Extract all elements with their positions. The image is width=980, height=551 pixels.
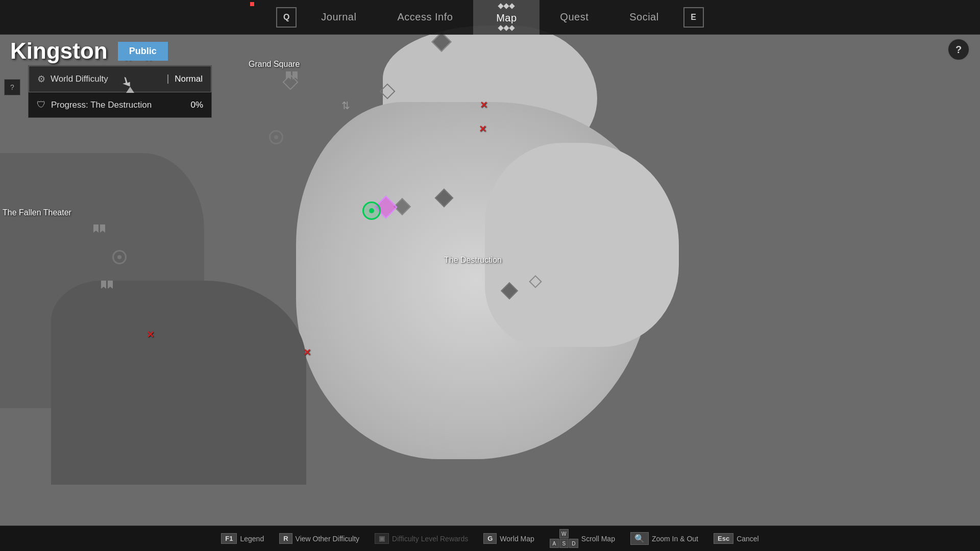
bottom-cancel: Esc Cancel bbox=[714, 533, 759, 544]
red-marker-6: ✕ bbox=[303, 347, 311, 358]
progress-value-text: 0% bbox=[190, 100, 203, 110]
bottom-legend: F1 Legend bbox=[221, 533, 264, 544]
legend-label: Legend bbox=[240, 535, 264, 543]
bottom-difficulty-rewards: ▣ Difficulty Level Rewards bbox=[375, 533, 468, 544]
d-key: D bbox=[569, 539, 578, 548]
bottom-bar: F1 Legend R View Other Difficulty ▣ Diff… bbox=[0, 525, 980, 551]
bookmark-icon-1 bbox=[93, 224, 105, 233]
map-icon-1 bbox=[434, 35, 449, 49]
r-key: R bbox=[279, 533, 292, 544]
bookmark-north bbox=[286, 71, 298, 80]
e-key[interactable]: E bbox=[683, 7, 704, 28]
tab-quest[interactable]: Quest bbox=[540, 0, 609, 35]
map-diamond-decoration-bottom bbox=[499, 26, 514, 30]
tab-journal[interactable]: Journal bbox=[301, 0, 377, 35]
terrain-sw bbox=[51, 281, 306, 485]
help-button[interactable]: ? bbox=[947, 38, 970, 61]
progress-left: 🛡 Progress: The Destruction bbox=[37, 99, 152, 110]
red-marker-3: ✕ bbox=[480, 99, 487, 111]
red-marker-4: ✕ bbox=[479, 123, 486, 135]
g-key: G bbox=[483, 533, 497, 544]
progress-value: 0% bbox=[190, 100, 203, 110]
f1-key: F1 bbox=[221, 533, 237, 544]
progress-row: 🛡 Progress: The Destruction 0% bbox=[29, 92, 211, 117]
world-difficulty-left: ⚙ World Difficulty bbox=[37, 73, 108, 85]
world-difficulty-label: World Difficulty bbox=[51, 74, 108, 84]
s-key: S bbox=[559, 539, 569, 548]
tab-map-label: Map bbox=[496, 12, 517, 24]
nav-items: Q Journal Access Info Map Quest Soci bbox=[272, 0, 707, 35]
bottom-zoom: 🔍 Zoom In & Out bbox=[630, 532, 698, 545]
notification-dot bbox=[250, 2, 254, 6]
wasd-bottom-row: A S D bbox=[550, 539, 578, 548]
view-difficulty-label: View Other Difficulty bbox=[296, 535, 360, 543]
map-diamond-decoration bbox=[499, 4, 514, 8]
location-header: Kingston Public bbox=[10, 38, 168, 64]
map-icon-target2 bbox=[112, 250, 127, 264]
exchange-icon: ⇅ bbox=[341, 99, 350, 112]
bookmark-icon-2 bbox=[101, 281, 113, 289]
world-difficulty-value: Normal bbox=[167, 74, 203, 84]
esc-key: Esc bbox=[714, 533, 733, 544]
red-marker-5: ✕ bbox=[146, 329, 154, 340]
progress-icon: 🛡 bbox=[37, 99, 46, 110]
cancel-label: Cancel bbox=[737, 535, 759, 543]
zoom-label: Zoom In & Out bbox=[652, 535, 698, 543]
public-badge[interactable]: Public bbox=[118, 42, 168, 61]
info-panel: ⚙ World Difficulty Normal 🛡 Progress: Th… bbox=[28, 65, 212, 118]
difficulty-value-text: Normal bbox=[175, 74, 203, 84]
top-navigation: Q Journal Access Info Map Quest Soci bbox=[0, 0, 980, 35]
tab-access-info[interactable]: Access Info bbox=[377, 0, 473, 35]
snow-diamond-1 bbox=[437, 191, 451, 205]
snow-diamond-4 bbox=[531, 277, 540, 286]
rewards-label: Difficulty Level Rewards bbox=[392, 535, 468, 543]
diamond-3 bbox=[509, 3, 515, 9]
divider bbox=[167, 74, 168, 84]
location-title: Kingston bbox=[10, 38, 108, 64]
player-marker bbox=[362, 202, 381, 220]
tab-social[interactable]: Social bbox=[609, 0, 679, 35]
bottom-scroll-map: W A S D Scroll Map bbox=[550, 529, 615, 548]
wasd-top-row: W bbox=[550, 529, 578, 538]
difficulty-icon: ⚙ bbox=[37, 73, 45, 85]
side-help-button[interactable]: ? bbox=[4, 79, 20, 95]
map-icon-target1 bbox=[269, 130, 283, 144]
a-key: A bbox=[550, 539, 559, 548]
snow-diamond-2 bbox=[396, 201, 408, 213]
zoom-icon: 🔍 bbox=[630, 532, 649, 545]
tab-map[interactable]: Map bbox=[473, 0, 540, 35]
rewards-key-badge: ▣ bbox=[375, 533, 389, 544]
w-key: W bbox=[559, 529, 569, 538]
map-icon-3 bbox=[382, 86, 393, 97]
snow-diamond-3 bbox=[503, 285, 516, 297]
diamond-6 bbox=[509, 25, 515, 31]
world-map-label: World Map bbox=[500, 535, 534, 543]
bottom-view-difficulty: R View Other Difficulty bbox=[279, 533, 359, 544]
wasd-keys: W A S D bbox=[550, 529, 578, 548]
q-key[interactable]: Q bbox=[276, 7, 297, 28]
scroll-map-label: Scroll Map bbox=[581, 535, 615, 543]
bottom-world-map: G World Map bbox=[483, 533, 534, 544]
snow-region-east bbox=[485, 143, 679, 347]
progress-label: Progress: The Destruction bbox=[51, 100, 152, 110]
world-difficulty-row[interactable]: ⚙ World Difficulty Normal bbox=[29, 66, 211, 92]
